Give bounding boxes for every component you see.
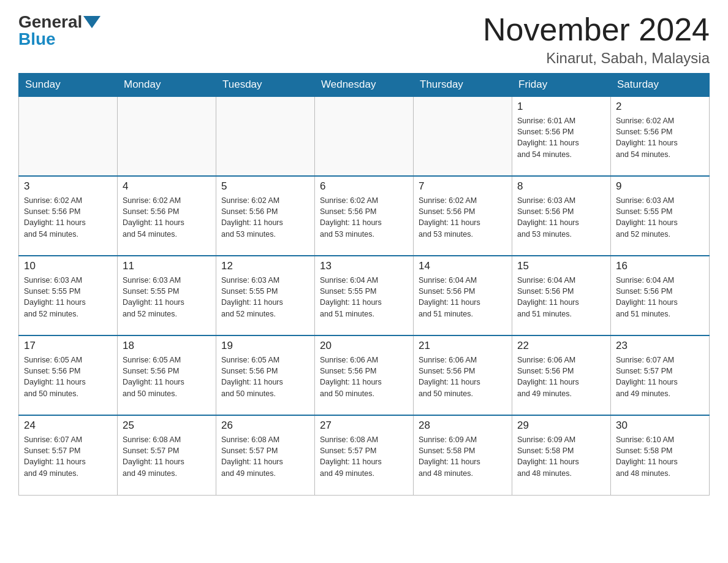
- day-info: Sunrise: 6:05 AM Sunset: 5:56 PM Dayligh…: [123, 354, 211, 399]
- day-info: Sunrise: 6:06 AM Sunset: 5:56 PM Dayligh…: [517, 354, 605, 399]
- day-info: Sunrise: 6:02 AM Sunset: 5:56 PM Dayligh…: [616, 115, 704, 160]
- calendar-cell: 11Sunrise: 6:03 AM Sunset: 5:55 PM Dayli…: [118, 256, 216, 335]
- day-number: 24: [24, 419, 112, 432]
- page-header: General Blue November 2024 Kinarut, Saba…: [18, 12, 710, 67]
- calendar-header-wednesday: Wednesday: [315, 74, 414, 97]
- calendar-cell: 28Sunrise: 6:09 AM Sunset: 5:58 PM Dayli…: [414, 415, 512, 495]
- day-info: Sunrise: 6:02 AM Sunset: 5:56 PM Dayligh…: [320, 195, 408, 240]
- day-info: Sunrise: 6:02 AM Sunset: 5:56 PM Dayligh…: [419, 195, 507, 240]
- calendar-cell: [315, 96, 414, 176]
- day-number: 8: [517, 180, 605, 193]
- day-info: Sunrise: 6:08 AM Sunset: 5:57 PM Dayligh…: [123, 434, 211, 479]
- calendar-cell: 27Sunrise: 6:08 AM Sunset: 5:57 PM Dayli…: [315, 415, 414, 495]
- day-info: Sunrise: 6:04 AM Sunset: 5:55 PM Dayligh…: [320, 275, 408, 320]
- calendar-header-thursday: Thursday: [414, 74, 512, 97]
- calendar-cell: 12Sunrise: 6:03 AM Sunset: 5:55 PM Dayli…: [216, 256, 315, 335]
- day-number: 6: [320, 180, 408, 193]
- day-info: Sunrise: 6:03 AM Sunset: 5:55 PM Dayligh…: [24, 275, 112, 320]
- day-info: Sunrise: 6:07 AM Sunset: 5:57 PM Dayligh…: [24, 434, 112, 479]
- day-number: 25: [123, 419, 211, 432]
- day-number: 7: [419, 180, 507, 193]
- calendar-cell: 9Sunrise: 6:03 AM Sunset: 5:55 PM Daylig…: [611, 176, 710, 256]
- day-info: Sunrise: 6:02 AM Sunset: 5:56 PM Dayligh…: [24, 195, 112, 240]
- day-info: Sunrise: 6:10 AM Sunset: 5:58 PM Dayligh…: [616, 434, 704, 479]
- day-number: 17: [24, 340, 112, 352]
- logo-line2: Blue: [18, 29, 56, 49]
- calendar-cell: 24Sunrise: 6:07 AM Sunset: 5:57 PM Dayli…: [19, 415, 118, 495]
- day-info: Sunrise: 6:04 AM Sunset: 5:56 PM Dayligh…: [517, 275, 605, 320]
- calendar-week-row: 10Sunrise: 6:03 AM Sunset: 5:55 PM Dayli…: [19, 256, 710, 335]
- day-number: 4: [123, 180, 211, 193]
- calendar-cell: 10Sunrise: 6:03 AM Sunset: 5:55 PM Dayli…: [19, 256, 118, 335]
- day-info: Sunrise: 6:08 AM Sunset: 5:57 PM Dayligh…: [320, 434, 408, 479]
- calendar-cell: 4Sunrise: 6:02 AM Sunset: 5:56 PM Daylig…: [118, 176, 216, 256]
- day-number: 3: [24, 180, 112, 193]
- logo-area: General Blue: [18, 12, 102, 49]
- day-info: Sunrise: 6:03 AM Sunset: 5:55 PM Dayligh…: [616, 195, 704, 240]
- day-number: 30: [616, 419, 704, 432]
- day-info: Sunrise: 6:08 AM Sunset: 5:57 PM Dayligh…: [221, 434, 309, 479]
- calendar-cell: 29Sunrise: 6:09 AM Sunset: 5:58 PM Dayli…: [512, 415, 611, 495]
- calendar-cell: 3Sunrise: 6:02 AM Sunset: 5:56 PM Daylig…: [19, 176, 118, 256]
- day-number: 19: [221, 340, 309, 352]
- calendar-cell: 19Sunrise: 6:05 AM Sunset: 5:56 PM Dayli…: [216, 335, 315, 415]
- calendar-cell: 30Sunrise: 6:10 AM Sunset: 5:58 PM Dayli…: [611, 415, 710, 495]
- calendar-cell: 26Sunrise: 6:08 AM Sunset: 5:57 PM Dayli…: [216, 415, 315, 495]
- calendar-cell: [118, 96, 216, 176]
- month-title: November 2024: [483, 12, 710, 47]
- calendar-cell: 16Sunrise: 6:04 AM Sunset: 5:56 PM Dayli…: [611, 256, 710, 335]
- calendar-header-saturday: Saturday: [611, 74, 710, 97]
- calendar-cell: 17Sunrise: 6:05 AM Sunset: 5:56 PM Dayli…: [19, 335, 118, 415]
- day-number: 2: [616, 101, 704, 113]
- day-info: Sunrise: 6:03 AM Sunset: 5:55 PM Dayligh…: [123, 275, 211, 320]
- calendar-week-row: 24Sunrise: 6:07 AM Sunset: 5:57 PM Dayli…: [19, 415, 710, 495]
- day-number: 28: [419, 419, 507, 432]
- calendar-cell: [19, 96, 118, 176]
- day-number: 13: [320, 260, 408, 272]
- day-info: Sunrise: 6:04 AM Sunset: 5:56 PM Dayligh…: [616, 275, 704, 320]
- day-number: 29: [517, 419, 605, 432]
- calendar-cell: 13Sunrise: 6:04 AM Sunset: 5:55 PM Dayli…: [315, 256, 414, 335]
- day-info: Sunrise: 6:06 AM Sunset: 5:56 PM Dayligh…: [419, 354, 507, 399]
- day-info: Sunrise: 6:01 AM Sunset: 5:56 PM Dayligh…: [517, 115, 605, 160]
- calendar-cell: 21Sunrise: 6:06 AM Sunset: 5:56 PM Dayli…: [414, 335, 512, 415]
- calendar-cell: 7Sunrise: 6:02 AM Sunset: 5:56 PM Daylig…: [414, 176, 512, 256]
- title-area: November 2024 Kinarut, Sabah, Malaysia: [483, 12, 710, 67]
- calendar-cell: 14Sunrise: 6:04 AM Sunset: 5:56 PM Dayli…: [414, 256, 512, 335]
- day-number: 20: [320, 340, 408, 352]
- calendar-week-row: 17Sunrise: 6:05 AM Sunset: 5:56 PM Dayli…: [19, 335, 710, 415]
- calendar-header-tuesday: Tuesday: [216, 74, 315, 97]
- calendar-cell: 15Sunrise: 6:04 AM Sunset: 5:56 PM Dayli…: [512, 256, 611, 335]
- day-info: Sunrise: 6:03 AM Sunset: 5:55 PM Dayligh…: [221, 275, 309, 320]
- day-number: 10: [24, 260, 112, 272]
- day-info: Sunrise: 6:06 AM Sunset: 5:56 PM Dayligh…: [320, 354, 408, 399]
- day-number: 11: [123, 260, 211, 272]
- day-info: Sunrise: 6:09 AM Sunset: 5:58 PM Dayligh…: [517, 434, 605, 479]
- day-number: 5: [221, 180, 309, 193]
- calendar-cell: [216, 96, 315, 176]
- day-number: 22: [517, 340, 605, 352]
- calendar-header-sunday: Sunday: [19, 74, 118, 97]
- logo-blue-text: Blue: [18, 29, 56, 49]
- calendar-cell: 22Sunrise: 6:06 AM Sunset: 5:56 PM Dayli…: [512, 335, 611, 415]
- day-number: 26: [221, 419, 309, 432]
- calendar-cell: 2Sunrise: 6:02 AM Sunset: 5:56 PM Daylig…: [611, 96, 710, 176]
- day-info: Sunrise: 6:02 AM Sunset: 5:56 PM Dayligh…: [221, 195, 309, 240]
- day-number: 12: [221, 260, 309, 272]
- calendar-cell: 8Sunrise: 6:03 AM Sunset: 5:56 PM Daylig…: [512, 176, 611, 256]
- day-number: 9: [616, 180, 704, 193]
- day-info: Sunrise: 6:05 AM Sunset: 5:56 PM Dayligh…: [24, 354, 112, 399]
- calendar-cell: 1Sunrise: 6:01 AM Sunset: 5:56 PM Daylig…: [512, 96, 611, 176]
- day-info: Sunrise: 6:05 AM Sunset: 5:56 PM Dayligh…: [221, 354, 309, 399]
- calendar-table: SundayMondayTuesdayWednesdayThursdayFrid…: [18, 73, 710, 496]
- calendar-header-friday: Friday: [512, 74, 611, 97]
- day-info: Sunrise: 6:02 AM Sunset: 5:56 PM Dayligh…: [123, 195, 211, 240]
- calendar-cell: 18Sunrise: 6:05 AM Sunset: 5:56 PM Dayli…: [118, 335, 216, 415]
- day-info: Sunrise: 6:07 AM Sunset: 5:57 PM Dayligh…: [616, 354, 704, 399]
- day-number: 21: [419, 340, 507, 352]
- location-title: Kinarut, Sabah, Malaysia: [483, 50, 710, 67]
- calendar-header-monday: Monday: [118, 74, 216, 97]
- day-number: 18: [123, 340, 211, 352]
- calendar-week-row: 1Sunrise: 6:01 AM Sunset: 5:56 PM Daylig…: [19, 96, 710, 176]
- day-number: 27: [320, 419, 408, 432]
